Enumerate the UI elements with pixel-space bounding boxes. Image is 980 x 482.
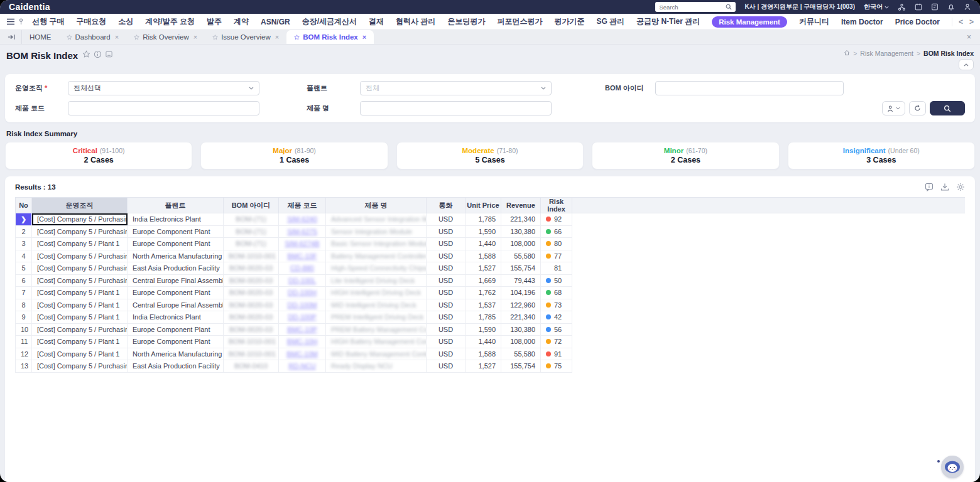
cell-revenue[interactable]: 155,754	[501, 360, 541, 373]
tab-bom-risk-index[interactable]: BOM Risk Index×	[286, 30, 374, 44]
tab-issue-overview[interactable]: Issue Overview×	[205, 30, 286, 44]
global-search-input[interactable]	[659, 4, 726, 11]
cell-risk-index[interactable]: 75	[541, 360, 572, 373]
menu-item-14[interactable]: SG 관리	[596, 16, 624, 27]
cell-currency[interactable]: USD	[427, 238, 466, 250]
table-row[interactable]: ❯[Cost] Company 5 / Purchasing Org.(HQ)I…	[16, 213, 966, 226]
cell-product-name[interactable]: High-Speed Connectivity Chipset	[326, 262, 427, 275]
cell-bom-id[interactable]: BOM-1010-001	[224, 348, 279, 360]
tab-close-icon[interactable]: ×	[193, 33, 197, 41]
menu-item-5[interactable]: 발주	[207, 16, 222, 27]
col-bom-id[interactable]: BOM 아이디	[224, 198, 279, 213]
cell-bom-id[interactable]: BOM-0020-03	[224, 287, 279, 299]
hamburger-icon[interactable]	[6, 16, 15, 28]
row-selected-indicator[interactable]: ❯	[16, 213, 32, 226]
col-no[interactable]: No	[16, 198, 32, 213]
cell-revenue[interactable]: 130,380	[501, 225, 541, 238]
menu-item-19[interactable]: Price Doctor	[895, 18, 940, 26]
cell-risk-index[interactable]: 77	[541, 250, 572, 262]
tab-close-icon[interactable]: ×	[275, 33, 279, 41]
cell-bom-id[interactable]: BOM-0020-03	[224, 274, 279, 287]
table-row[interactable]: 3[Cost] Company 5 / Plant 1Europe Compon…	[16, 238, 966, 250]
cell-product-code-link[interactable]: DD-100H	[279, 287, 326, 299]
col-operating-org[interactable]: 운영조직	[32, 198, 128, 213]
table-row[interactable]: 12[Cost] Company 5 / Plant 1North Americ…	[16, 348, 966, 360]
product-code-input[interactable]	[74, 105, 254, 112]
cell-product-name[interactable]: PREM Battery Management Controller	[326, 323, 427, 336]
cell-unit-price[interactable]: 1,590	[466, 225, 501, 238]
product-name-input[interactable]	[366, 105, 546, 112]
cell-currency[interactable]: USD	[427, 287, 466, 299]
cell-product-name[interactable]: MID Intelligent Driving Deck	[326, 299, 427, 311]
cell-operating-org[interactable]: [Cost] Company 5 / Plant 1	[32, 287, 128, 299]
refresh-button[interactable]	[909, 101, 926, 115]
menu-item-18[interactable]: Item Doctor	[841, 18, 883, 26]
cell-product-code-link[interactable]: DD-100P	[279, 311, 326, 324]
cell-product-code-link[interactable]: SIM-6240	[279, 213, 326, 226]
assistant-avatar[interactable]	[941, 456, 964, 478]
search-button[interactable]	[930, 101, 965, 115]
cell-product-code-link[interactable]: RD-NCU	[279, 360, 326, 373]
favorite-star-icon[interactable]	[82, 50, 90, 61]
cell-plant[interactable]: East Asia Production Facility	[128, 262, 224, 275]
cell-plant[interactable]: Europe Component Plant	[128, 287, 224, 299]
cell-plant[interactable]: India Electronics Plant	[128, 311, 224, 324]
row-number[interactable]: 13	[16, 360, 32, 373]
cell-product-code-link[interactable]: SIM-6275	[279, 225, 326, 238]
summary-card-insignificant[interactable]: Insignificant(Under 60)3 Cases	[788, 142, 975, 169]
screen-capture-icon[interactable]	[105, 50, 113, 61]
cell-risk-index[interactable]: 92	[541, 213, 572, 226]
cell-product-name[interactable]: PREM Intelligent Driving Deck	[326, 311, 427, 324]
cell-currency[interactable]: USD	[427, 299, 466, 311]
cell-currency[interactable]: USD	[427, 360, 466, 373]
cell-operating-org[interactable]: [Cost] Company 5 / Purchasing Org.(HQ)	[32, 262, 128, 275]
cell-plant[interactable]: India Electronics Plant	[128, 213, 224, 226]
table-row[interactable]: 10[Cost] Company 5 / Purchasing Org.(HQ)…	[16, 323, 966, 336]
cell-operating-org[interactable]: [Cost] Company 5 / Purchasing Org.(HQ)	[32, 213, 128, 226]
menu-next-button[interactable]: >	[969, 18, 974, 26]
cell-operating-org[interactable]: [Cost] Company 5 / Plant 1	[32, 311, 128, 324]
cell-plant[interactable]: North America Manufacturing Center	[128, 250, 224, 262]
cell-product-code-link[interactable]: SIM-6274B	[279, 238, 326, 250]
cell-risk-index[interactable]: 68	[541, 287, 572, 299]
cell-unit-price[interactable]: 1,588	[466, 348, 501, 360]
col-unit-price[interactable]: Unit Price	[466, 198, 501, 213]
cell-revenue[interactable]: 155,754	[501, 262, 541, 275]
cell-unit-price[interactable]: 1,785	[466, 213, 501, 226]
cell-bom-id[interactable]: BOM-0020-03	[224, 311, 279, 324]
cell-bom-id[interactable]: BOM-0410	[224, 360, 279, 373]
summary-card-minor[interactable]: Minor(61-70)2 Cases	[592, 142, 779, 169]
menu-item-6[interactable]: 계약	[234, 16, 249, 27]
cell-bom-id[interactable]: BOM-0020-03	[224, 323, 279, 336]
cell-product-code-link[interactable]: DD-100L	[279, 274, 326, 287]
memo-icon[interactable]	[931, 3, 939, 11]
cell-revenue[interactable]: 55,580	[501, 250, 541, 262]
row-number[interactable]: 2	[16, 225, 32, 238]
table-row[interactable]: 4[Cost] Company 5 / Purchasing Org.(HQ)N…	[16, 250, 966, 262]
row-number[interactable]: 10	[16, 323, 32, 336]
cell-revenue[interactable]: 108,000	[501, 336, 541, 348]
row-number[interactable]: 9	[16, 311, 32, 324]
table-row[interactable]: 13[Cost] Company 5 / Purchasing Org.(HQ)…	[16, 360, 966, 373]
cell-product-code-link[interactable]: BMC-10H	[279, 336, 326, 348]
cell-revenue[interactable]: 104,196	[501, 287, 541, 299]
menu-item-3[interactable]: 소싱	[118, 16, 133, 27]
cell-product-name[interactable]: Battery Management Controller	[326, 250, 427, 262]
cell-operating-org[interactable]: [Cost] Company 5 / Purchasing Org.(HQ)	[32, 225, 128, 238]
cell-product-code-link[interactable]: BMC-10P	[279, 323, 326, 336]
row-number[interactable]: 12	[16, 348, 32, 360]
summary-card-moderate[interactable]: Moderate(71-80)5 Cases	[396, 142, 584, 169]
cell-plant[interactable]: North America Manufacturing Center	[128, 348, 224, 360]
cell-bom-id[interactable]: BOM-(71)	[224, 225, 279, 238]
cell-plant[interactable]: Europe Component Plant	[128, 225, 224, 238]
cell-operating-org[interactable]: [Cost] Company 5 / Plant 1	[32, 348, 128, 360]
col-product-code[interactable]: 제품 코드	[279, 198, 326, 213]
cell-risk-index[interactable]: 81	[541, 262, 572, 275]
table-row[interactable]: 8[Cost] Company 5 / Plant 1Central Europ…	[16, 299, 966, 311]
cell-risk-index[interactable]: 73	[541, 299, 572, 311]
cell-product-name[interactable]: Ready Display NCU	[326, 360, 427, 373]
menu-item-15[interactable]: 공급망 N-Tier 관리	[636, 16, 700, 27]
cell-product-code-link[interactable]: BMC-10M	[279, 348, 326, 360]
cell-unit-price[interactable]: 1,785	[466, 311, 501, 324]
cell-operating-org[interactable]: [Cost] Company 5 / Purchasing Org.(HQ)	[32, 250, 128, 262]
